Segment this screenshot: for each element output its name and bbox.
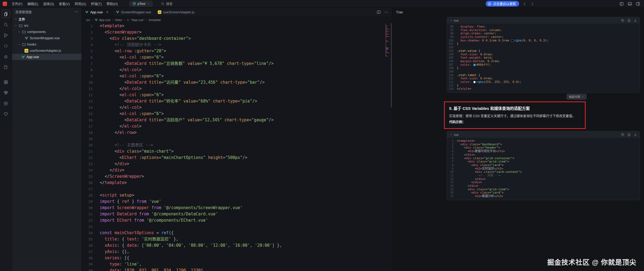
line-number: 114 (447, 87, 457, 91)
activity-item-extensions[interactable] (2, 78, 10, 86)
close-icon[interactable] (105, 10, 109, 14)
line-number: 103 (447, 49, 457, 53)
breadcrumb-item-1[interactable]: App.vue (95, 18, 110, 22)
line-number: 3 (447, 146, 457, 150)
toggle-secondary-sidebar-icon[interactable] (636, 2, 640, 6)
tree-item-src[interactable]: src (12, 22, 81, 29)
vue-icon (95, 18, 98, 22)
line-number: 2 (82, 29, 100, 35)
tree-item-app-vue[interactable]: App.vue (12, 54, 81, 60)
download-icon[interactable] (634, 19, 637, 22)
download-icon[interactable] (634, 133, 637, 136)
code-line: 31import DataCard from '@/components/Dat… (82, 211, 392, 217)
sidebar-title: 资源管理器 (15, 10, 32, 14)
code-line: 1<template> (82, 23, 392, 29)
breadcrumb-item-4[interactable]: template (149, 18, 161, 22)
line-number: 15 (447, 188, 457, 191)
activity-item-debug[interactable] (2, 52, 10, 61)
line-number: 8 (447, 164, 457, 167)
activity-item-search[interactable] (2, 20, 10, 29)
menu-item-g[interactable]: 转到(G) (72, 1, 88, 7)
more-actions-icon[interactable] (384, 10, 388, 14)
code-line: 108} (447, 67, 640, 70)
extensions-icon (4, 80, 8, 85)
minimap-line (385, 52, 387, 52)
minimap-line (385, 38, 386, 38)
tab-screenwrapper-vue[interactable]: ScreenWrapper.vue (113, 8, 155, 17)
chevron-down-icon (17, 30, 21, 34)
toggle-sidebar-icon[interactable] (619, 2, 624, 6)
line-content: color: rgba(255, 255, 255, 0.8); (457, 80, 521, 84)
global-search[interactable]: 搜索 (161, 1, 173, 6)
line-number: 96 (447, 25, 457, 29)
tree-item-usescreenadapter-js[interactable]: JSuseScreenAdapter.js (12, 47, 81, 54)
menu-item-h[interactable]: 帮助(H) (104, 1, 120, 7)
menu-item-f[interactable]: 文件(F) (9, 1, 25, 7)
copy-icon[interactable] (621, 133, 624, 136)
code-editor[interactable]: 1<template>2 <ScreenWrapper>3 <div class… (82, 23, 392, 271)
line-content: </el-row> (100, 130, 137, 136)
collapse-code-button[interactable]: 收起代码 (567, 94, 586, 100)
line-number: 26 (82, 180, 100, 186)
restart-update-button[interactable]: 点击重启以更新 (486, 1, 519, 7)
minimap-line (385, 56, 388, 56)
breadcrumb-item-0[interactable]: src (86, 18, 90, 22)
tab-usescreenadapter-js[interactable]: JSuseScreenAdapter.js (155, 8, 198, 17)
remote-icon (4, 44, 8, 48)
minimap-line (385, 44, 386, 45)
folder-icon (19, 24, 23, 28)
tree-item-screenwrapper-vue[interactable]: ScreenWrapper.vue (12, 35, 81, 41)
code-block-lang[interactable]: vue (450, 133, 459, 136)
code-line: 111 font-size: 0.4rem; (447, 77, 640, 80)
insert-file-icon[interactable] (627, 133, 631, 136)
code-block-lang[interactable]: vue (450, 19, 459, 22)
line-number: 19 (82, 136, 100, 142)
activity-item-source-control[interactable] (2, 31, 10, 39)
minimap[interactable] (385, 24, 390, 57)
line-content: <div class="dashboard-container"> (100, 35, 191, 42)
line-number: 4 (447, 150, 457, 153)
activity-item-run[interactable] (2, 99, 10, 107)
menu-item-e[interactable]: 编辑(E) (25, 1, 41, 7)
tree-item-hooks[interactable]: hooks (12, 41, 81, 47)
tree-item-components[interactable]: components (12, 29, 81, 35)
line-content: </ScreenWrapper> (100, 173, 144, 180)
project-selector[interactable]: pTest (129, 1, 153, 7)
activity-item-gem[interactable] (2, 89, 10, 97)
menu-item-v[interactable]: 查看(V) (56, 1, 72, 7)
code-line: 101} (447, 42, 640, 46)
sidebar-header: 资源管理器 (12, 8, 81, 16)
minimap-line (385, 48, 389, 48)
activity-item-docs[interactable] (2, 63, 10, 71)
line-number: 10 (82, 79, 100, 86)
split-editor-icon[interactable] (377, 10, 381, 14)
line-content: </el-col> (100, 123, 142, 130)
insert-file-icon[interactable] (627, 19, 631, 22)
color-swatch (473, 64, 476, 66)
code-line: 19 (82, 136, 392, 142)
code-line: 17 <h2>数据分析</h2> (447, 195, 640, 198)
activity-item-health[interactable] (2, 110, 10, 118)
tab-app-vue[interactable]: App.vue (82, 8, 113, 17)
chat-panel-body[interactable]: vue 96 display: flex;97 flex-direction: … (392, 17, 644, 271)
back-icon[interactable] (522, 2, 527, 6)
files-section-header[interactable]: 文件 (12, 16, 81, 22)
breadcrumb-item-2[interactable]: Vetur (115, 18, 122, 22)
tabs: App.vueScreenWrapper.vueJSuseScreenAdapt… (82, 8, 198, 17)
red-annotation-box: 5. 基于 CSS Variables 和媒体查询的适配方案 实现原理：使用 C… (444, 101, 586, 129)
editor-scrollbar[interactable] (391, 23, 392, 107)
breadcrumb-item-3[interactable]: "App.vue" (126, 18, 144, 22)
activity-item-explorer[interactable] (2, 10, 10, 18)
forward-icon[interactable] (530, 2, 534, 6)
menu-item-s[interactable]: 选择(S) (41, 1, 56, 7)
minimap-line (385, 35, 387, 36)
activity-item-remote[interactable] (2, 42, 10, 50)
minimap-line (385, 53, 389, 53)
explorer-sidebar: 资源管理器 文件 srccomponentsScreenWrapper.vueh… (12, 8, 82, 271)
download-circle-icon (488, 2, 491, 6)
menu-item-t[interactable]: 终端(T) (89, 1, 104, 7)
line-number: 14 (447, 184, 457, 188)
toggle-panel-icon[interactable] (628, 2, 632, 6)
copy-icon[interactable] (621, 19, 624, 22)
more-actions-icon[interactable] (74, 10, 78, 14)
